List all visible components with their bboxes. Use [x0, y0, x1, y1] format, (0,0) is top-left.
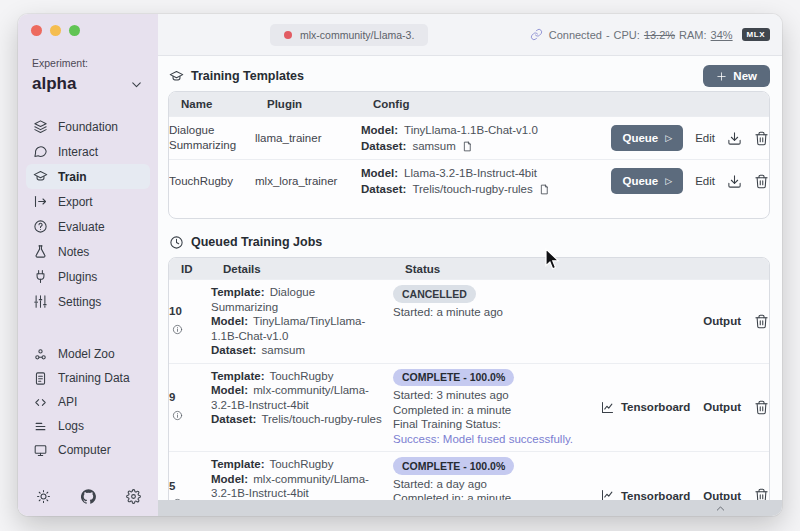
delete-job-button[interactable]: [754, 314, 769, 329]
sidebar-item-label: Interact: [58, 145, 98, 159]
job-details: Template: TouchRugby Model: mlx-communit…: [211, 369, 393, 427]
template-plugin: mlx_lora_trainer: [255, 174, 361, 189]
queue-button[interactable]: Queue ▷: [611, 125, 683, 151]
template-name: Dialogue Summarizing: [169, 123, 255, 153]
export-template-button[interactable]: [727, 174, 742, 189]
column-config: Config: [373, 98, 759, 110]
sidebar-item-interact[interactable]: Interact: [26, 139, 150, 164]
training-templates-header: Training Templates New: [168, 64, 770, 88]
experiment-selector[interactable]: alpha: [32, 74, 144, 94]
sidebar-item-label: Computer: [58, 443, 111, 457]
sidebar-item-api[interactable]: API: [26, 390, 150, 414]
sidebar-item-label: Train: [58, 170, 87, 184]
plus-icon: [716, 71, 727, 82]
training-templates-table: Name Plugin Config Dialogue Summarizing …: [168, 91, 770, 219]
cpu-label: CPU:: [614, 29, 640, 41]
sidebar-item-settings[interactable]: Settings: [26, 289, 150, 314]
sidebar-item-model-zoo[interactable]: Model Zoo: [26, 342, 150, 366]
download-icon: [727, 131, 742, 146]
github-icon[interactable]: [80, 488, 96, 504]
final-status-label: Final Training Status:: [393, 417, 590, 432]
sidebar-item-train[interactable]: Train: [26, 164, 150, 189]
sidebar-item-evaluate[interactable]: Evaluate: [26, 214, 150, 239]
delete-template-button[interactable]: [754, 131, 769, 146]
cpu-value: 13.2%: [644, 29, 675, 41]
sidebar-item-export[interactable]: Export: [26, 189, 150, 214]
config-dataset: Trelis/touch-rugby-rules: [412, 181, 532, 197]
info-icon[interactable]: [169, 321, 185, 337]
new-template-button[interactable]: New: [703, 65, 770, 87]
column-name: Name: [181, 98, 267, 110]
sliders-icon: [32, 294, 48, 310]
expand-footer-button[interactable]: [715, 503, 726, 514]
job-details: Template: Dialogue Summarizing Model: Ti…: [211, 285, 393, 358]
current-model-name: mlx-community/Llama-3.: [300, 29, 414, 41]
template-plugin: llama_trainer: [255, 131, 361, 146]
theme-brightness-icon[interactable]: [35, 488, 51, 504]
sidebar-item-label: Settings: [58, 295, 101, 309]
download-icon: [727, 174, 742, 189]
link-icon: [529, 27, 545, 43]
job-template: TouchRugby: [269, 458, 333, 470]
config-dataset: samsum: [412, 138, 455, 154]
job-id: 10: [169, 305, 182, 317]
template-row: Dialogue Summarizing llama_trainer Model…: [169, 116, 769, 159]
trash-icon: [754, 131, 769, 146]
sidebar-item-label: Model Zoo: [58, 347, 115, 361]
content-area: Training Templates New Name Plugin Confi…: [158, 56, 782, 500]
sidebar-item-logs[interactable]: Logs: [26, 414, 150, 438]
zoom-window-button[interactable]: [69, 25, 80, 36]
settings-gear-icon[interactable]: [125, 488, 141, 504]
sidebar-item-notes[interactable]: Notes: [26, 239, 150, 264]
output-button[interactable]: Output: [703, 315, 741, 327]
job-started: Started: 3 minutes ago: [393, 388, 590, 403]
job-completed: Completed in: a minute: [393, 403, 590, 418]
output-button[interactable]: Output: [703, 401, 741, 413]
sidebar-item-label: API: [58, 395, 77, 409]
output-button[interactable]: Output: [703, 490, 741, 500]
column-plugin: Plugin: [267, 98, 373, 110]
delete-job-button[interactable]: [754, 400, 769, 415]
tensorboard-button[interactable]: Tensorboard: [600, 488, 690, 500]
column-status: Status: [405, 263, 757, 275]
export-template-button[interactable]: [727, 131, 742, 146]
code-icon: [32, 394, 48, 410]
section-title: Training Templates: [191, 69, 304, 83]
sidebar-item-computer[interactable]: Computer: [26, 438, 150, 462]
graduation-cap-icon: [32, 169, 48, 185]
tensorboard-button[interactable]: Tensorboard: [600, 400, 690, 415]
delete-template-button[interactable]: [754, 174, 769, 189]
job-status: CANCELLED Started: a minute ago: [393, 285, 703, 319]
sidebar-nav-primary: Foundation Interact Train Export: [18, 114, 158, 314]
templates-table-header: Name Plugin Config: [169, 92, 769, 116]
edit-button[interactable]: Edit: [695, 132, 715, 144]
edit-button[interactable]: Edit: [695, 175, 715, 187]
close-window-button[interactable]: [31, 25, 42, 36]
sidebar-footer: [18, 488, 158, 516]
sidebar-item-training-data[interactable]: Training Data: [26, 366, 150, 390]
job-dataset: samsum: [262, 344, 305, 356]
column-details: Details: [223, 263, 405, 275]
current-model-pill[interactable]: mlx-community/Llama-3.: [270, 24, 428, 46]
sidebar-item-plugins[interactable]: Plugins: [26, 264, 150, 289]
trash-icon: [754, 174, 769, 189]
chevron-down-icon: [128, 76, 144, 92]
engine-badge[interactable]: MLX: [742, 28, 770, 41]
graduation-cap-icon: [168, 68, 184, 84]
layers-icon: [32, 119, 48, 135]
sidebar-item-label: Foundation: [58, 120, 118, 134]
info-icon[interactable]: [169, 407, 185, 423]
experiment-label: Experiment:: [32, 57, 158, 69]
export-arrow-icon: [32, 194, 48, 210]
ram-value: 34%: [711, 29, 733, 41]
sidebar-item-foundation[interactable]: Foundation: [26, 114, 150, 139]
queue-button[interactable]: Queue ▷: [611, 168, 683, 194]
delete-job-button[interactable]: [754, 488, 769, 500]
dataset-file-icon: [460, 138, 476, 154]
model-status-dot: [284, 31, 292, 39]
minimize-window-button[interactable]: [50, 25, 61, 36]
clock-icon: [168, 234, 184, 250]
template-name: TouchRugby: [169, 174, 255, 189]
job-started: Started: a day ago: [393, 477, 590, 492]
sidebar-item-label: Export: [58, 195, 93, 209]
